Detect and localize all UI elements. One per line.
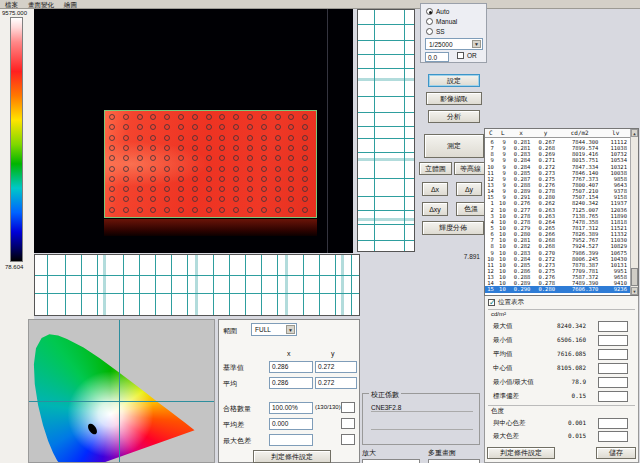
max-diff-judge-box	[598, 431, 628, 442]
table-header: C L x y cd/m2 lv	[485, 129, 630, 138]
measurement-point	[219, 124, 225, 130]
calibration-empty-line	[371, 422, 473, 430]
settings-button[interactable]: 設定	[428, 74, 480, 87]
vertical-profile-graph[interactable]	[357, 9, 415, 252]
cie-chromaticity-diagram[interactable]	[28, 319, 215, 463]
measure-button[interactable]: 測定	[424, 134, 484, 158]
measurement-point	[288, 155, 294, 161]
shutter-speed-value: 1/25000	[429, 41, 453, 48]
measurement-point	[192, 166, 198, 172]
range-judge-settings-button[interactable]: 判定條件設定	[253, 450, 331, 463]
delta-y-button[interactable]: Δy	[456, 182, 482, 196]
zoom-controls-cut	[362, 459, 420, 463]
luminance-dist-button[interactable]: 輝度分佈	[422, 221, 484, 235]
radio-ss-label: SS	[436, 28, 445, 35]
delta-xy-button[interactable]: Δxy	[422, 202, 448, 216]
measurement-point	[288, 196, 294, 202]
shutter-speed-select[interactable]: 1/25000 ▼	[425, 38, 483, 50]
measurement-point	[150, 114, 156, 120]
radio-auto[interactable]	[426, 8, 433, 15]
measurement-point	[178, 114, 184, 120]
table-body: 690.2810.2677844.30011112790.2810.268789…	[485, 139, 630, 295]
analyze-button[interactable]: 分析	[428, 110, 480, 123]
gridline	[65, 255, 66, 315]
measurement-point	[275, 207, 281, 213]
measurement-table: C L x y cd/m2 lv 690.2810.2677844.300111…	[484, 128, 639, 296]
scrollbar-thumb[interactable]	[631, 268, 638, 286]
measurement-point	[275, 124, 281, 130]
measurement-point	[164, 196, 170, 202]
calibration-value: CNE3F2.8	[371, 404, 473, 412]
gridline	[358, 138, 414, 139]
menu-file[interactable]: 檔案	[0, 0, 23, 8]
color-temp-button[interactable]: 色溫	[456, 202, 486, 216]
scroll-up-icon[interactable]: ▲	[631, 129, 638, 137]
gridline	[358, 54, 414, 55]
judge-settings-button[interactable]: 判定條件設定	[487, 447, 555, 459]
base-y-field[interactable]: 0.272	[315, 361, 357, 373]
radio-ss[interactable]	[426, 28, 433, 35]
menu-draw[interactable]: 繪圖	[59, 0, 82, 8]
measurement-point	[219, 176, 225, 182]
contour-button[interactable]: 等高線	[454, 162, 487, 175]
measurement-point	[109, 155, 115, 161]
measurement-point	[150, 166, 156, 172]
avg-judge-box	[598, 349, 628, 360]
measurement-point	[219, 155, 225, 161]
measurement-point	[109, 124, 115, 130]
measurement-point	[150, 124, 156, 130]
table-scrollbar[interactable]: ▲ ▼	[630, 129, 638, 295]
horizontal-profile-graph[interactable]	[34, 254, 360, 316]
unit-label: cd/m²	[491, 311, 506, 317]
save-button[interactable]: 儲存	[596, 447, 636, 459]
base-x-field[interactable]: 0.286	[269, 361, 313, 373]
measurement-point	[233, 114, 239, 120]
position-display-checkbox[interactable]	[488, 299, 495, 306]
menu-view-change[interactable]: 畫面變化	[23, 0, 59, 8]
gridline	[358, 24, 414, 25]
measurement-image[interactable]	[34, 9, 353, 253]
measurement-point	[192, 176, 198, 182]
avg-diff-label: 平均差	[223, 420, 244, 430]
measurement-point	[109, 166, 115, 172]
measurement-point	[275, 145, 281, 151]
measurement-point	[206, 145, 212, 151]
gridline	[303, 255, 304, 315]
table-row[interactable]: 15100.2900.2807606.3709236	[485, 286, 630, 292]
device-under-test-image[interactable]	[104, 110, 317, 218]
measurement-point	[150, 176, 156, 182]
measurement-point	[150, 186, 156, 192]
statistics-panel: 位置表示 cd/m² 最大值 8240.342 最小值 6506.160 平均值…	[484, 296, 639, 463]
measurement-point	[302, 176, 308, 182]
gain-field[interactable]: 0.0	[425, 52, 449, 62]
or-checkbox[interactable]	[457, 52, 464, 59]
gridline	[285, 255, 288, 315]
measurement-point	[123, 196, 129, 202]
measurement-point	[219, 186, 225, 192]
measurement-point	[288, 145, 294, 151]
gridline	[358, 218, 414, 221]
chevron-down-icon[interactable]: ▼	[286, 325, 295, 334]
surface3d-button[interactable]: 立體圖	[419, 162, 452, 175]
scroll-down-icon[interactable]: ▼	[631, 287, 638, 295]
ratio-value: 78.9	[572, 378, 586, 385]
radio-manual[interactable]	[426, 18, 433, 25]
gridline	[358, 96, 414, 97]
capture-button[interactable]: 影像擷取	[426, 92, 482, 105]
measurement-point	[261, 186, 267, 192]
chevron-down-icon[interactable]: ▼	[472, 40, 481, 48]
measurement-point	[178, 207, 184, 213]
pass-value-field: 100.00%	[269, 402, 313, 414]
measurement-point	[164, 155, 170, 161]
gridline	[358, 152, 414, 153]
range-select[interactable]: FULL ▼	[251, 323, 297, 336]
measurement-point	[219, 145, 225, 151]
min-label: 最小值	[493, 336, 513, 345]
measurement-point	[123, 145, 129, 151]
delta-x-button[interactable]: Δx	[422, 182, 448, 196]
measurement-point	[137, 114, 143, 120]
measurement-point	[164, 166, 170, 172]
cie-crosshair-vertical	[119, 320, 120, 462]
col-l: L	[497, 129, 509, 137]
col-lv: lv	[601, 129, 630, 137]
